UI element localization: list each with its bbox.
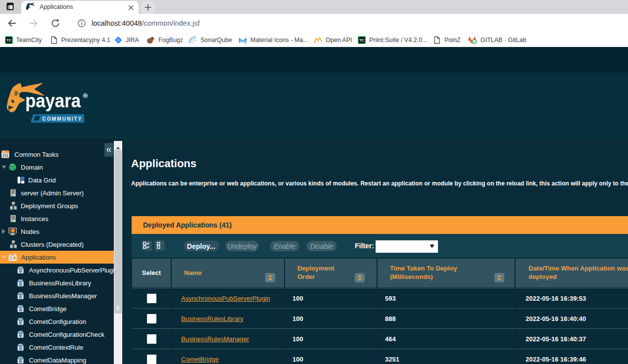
- svg-text:COMMUNITY: COMMUNITY: [43, 116, 83, 122]
- svg-text:TC: TC: [359, 38, 365, 43]
- svg-text:TC: TC: [6, 38, 12, 43]
- svg-text:payara: payara: [25, 91, 81, 111]
- svg-text:R: R: [84, 93, 87, 98]
